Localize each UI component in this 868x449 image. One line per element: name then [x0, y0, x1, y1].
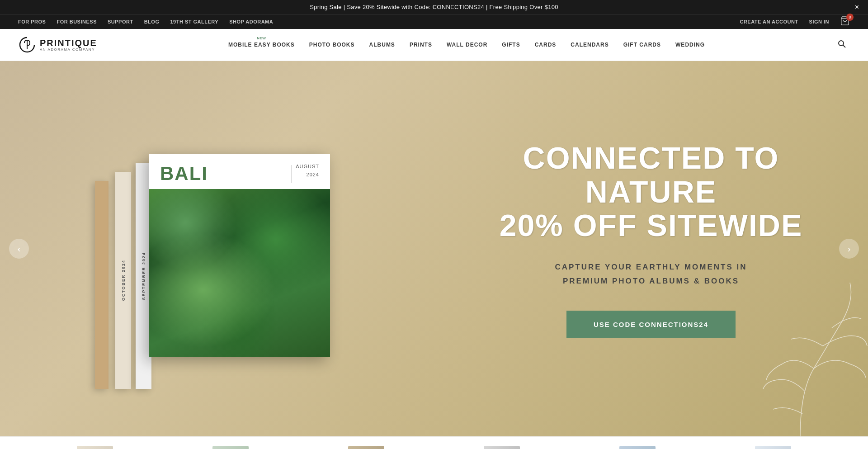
hero-cta-button[interactable]: USE CODE CONNECTIONS24 [566, 311, 736, 338]
product-thumb-metal-prints [484, 446, 520, 449]
nav-item-wedding[interactable]: WEDDING [668, 33, 712, 57]
top-banner: Spring Sale | Save 20% Sitewide with Cod… [0, 0, 868, 14]
svg-line-2 [843, 45, 845, 47]
spine-text-2: OCTOBER 2024 [121, 260, 126, 301]
close-banner-button[interactable]: × [855, 3, 859, 11]
logo-main-text: PRINTIQUE [40, 38, 97, 48]
main-header: PRINTIQUE AN ADORAMA COMPANY NEWMOBILE E… [0, 29, 868, 61]
logo-text: PRINTIQUE AN ADORAMA COMPANY [40, 38, 97, 52]
secondary-nav-item-sign-in[interactable]: SIGN IN [809, 14, 829, 29]
main-nav: NEWMOBILE EASY BOOKSPHOTO BOOKSALBUMSPRI… [99, 33, 834, 57]
book-main-top: BALI AUGUST 2024 [149, 154, 330, 189]
product-item-photo-prints[interactable]: Photo Prints [68, 446, 122, 449]
product-item-leather-albums[interactable]: Leather Albums [339, 446, 393, 449]
book-date: AUGUST 2024 [296, 163, 319, 179]
logo[interactable]: PRINTIQUE AN ADORAMA COMPANY [18, 36, 99, 54]
product-thumb-glass-prints [619, 446, 656, 449]
nav-item-albums[interactable]: ALBUMS [362, 33, 402, 57]
svg-point-1 [839, 41, 844, 46]
product-thumb-leather-albums [348, 446, 384, 449]
new-badge: NEW [257, 36, 266, 40]
secondary-nav-item-create-account[interactable]: CREATE AN ACCOUNT [740, 14, 798, 29]
products-row: Photo Prints Hardcover Books Leather Alb… [0, 436, 868, 449]
search-button[interactable] [834, 36, 850, 54]
product-item-metal-prints[interactable]: Metal Prints [475, 446, 529, 449]
book-spine-3 [95, 181, 108, 389]
book-divider [292, 165, 292, 183]
secondary-nav-item-for-pros[interactable]: FOR PROS [18, 14, 46, 29]
nav-item-prints[interactable]: PRINTS [402, 33, 439, 57]
secondary-nav-right: CREATE AN ACCOUNTSIGN IN 0 [740, 14, 850, 29]
banner-text: Spring Sale | Save 20% Sitewide with Cod… [310, 4, 558, 10]
secondary-nav-item-gallery[interactable]: 19TH ST GALLERY [170, 14, 218, 29]
product-thumb-photo-prints [77, 446, 113, 449]
carousel-prev-button[interactable]: ‹ [9, 239, 29, 259]
nav-item-gifts[interactable]: GIFTS [495, 33, 527, 57]
secondary-nav-item-blog[interactable]: BLOG [144, 14, 160, 29]
secondary-nav-item-for-business[interactable]: FOR BUSINESS [57, 14, 97, 29]
secondary-nav-left: FOR PROSFOR BUSINESSSUPPORTBLOG19TH ST G… [18, 14, 273, 29]
nav-item-gift-cards[interactable]: GIFT CARDS [616, 33, 668, 57]
logo-sub-text: AN ADORAMA COMPANY [40, 48, 97, 52]
nav-item-wall-decor[interactable]: WALL DECOR [439, 33, 495, 57]
book-image [149, 189, 330, 357]
product-item-hardcover-books[interactable]: Hardcover Books [203, 446, 258, 449]
hero-subheading: CAPTURE YOUR EARTHLY MOMENTS IN PREMIUM … [555, 260, 747, 288]
books-container: OCTOBER 2024 SEPTEMBER 2024 BALI AUGUST … [90, 127, 344, 389]
hero-content: CONNECTED TO NATURE 20% OFF SITEWIDE CAP… [434, 61, 868, 436]
nav-item-mobile-easy-books[interactable]: NEWMOBILE EASY BOOKS [221, 33, 302, 57]
nav-item-calendars[interactable]: CALENDARS [563, 33, 616, 57]
secondary-nav-item-support[interactable]: SUPPORT [108, 14, 133, 29]
book-spine-2: OCTOBER 2024 [115, 172, 131, 389]
hero-books-area: OCTOBER 2024 SEPTEMBER 2024 BALI AUGUST … [0, 61, 434, 436]
secondary-nav-item-adorama[interactable]: SHOP ADORAMA [229, 14, 273, 29]
printique-logo-icon [18, 36, 36, 54]
carousel-next-button[interactable]: › [839, 239, 859, 259]
product-item-glass-prints[interactable]: Glass Prints [610, 446, 665, 449]
book-date-area: AUGUST 2024 [292, 163, 319, 183]
search-icon [837, 39, 846, 48]
cart-button[interactable]: 0 [840, 16, 850, 28]
product-item-acrylic-prints[interactable]: Acrylic Prints [746, 446, 800, 449]
hero-section: OCTOBER 2024 SEPTEMBER 2024 BALI AUGUST … [0, 61, 868, 436]
secondary-nav: FOR PROSFOR BUSINESSSUPPORTBLOG19TH ST G… [0, 14, 868, 29]
book-title: BALI [160, 163, 208, 184]
cart-count: 0 [846, 14, 854, 21]
spine-text-1: SEPTEMBER 2024 [142, 252, 146, 300]
hero-heading: CONNECTED TO NATURE 20% OFF SITEWIDE [470, 141, 832, 242]
nav-item-cards[interactable]: CARDS [528, 33, 564, 57]
botanical-decoration [732, 255, 868, 436]
forest-image-overlay [149, 189, 330, 357]
nav-item-photo-books[interactable]: PHOTO BOOKS [302, 33, 362, 57]
product-thumb-hardcover-books [212, 446, 249, 449]
book-main: BALI AUGUST 2024 [149, 154, 330, 357]
product-thumb-acrylic-prints [755, 446, 791, 449]
